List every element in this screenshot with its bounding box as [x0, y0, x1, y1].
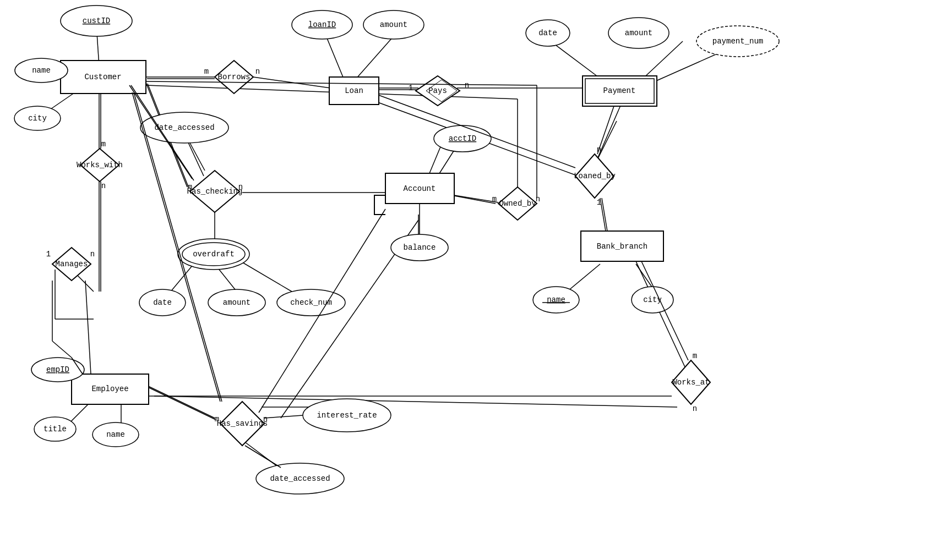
- attr-interestrate-label: interest_rate: [317, 411, 377, 420]
- svg-line-50: [595, 102, 622, 165]
- attr-loanid-label: loanID: [308, 20, 336, 29]
- attr-customer-name-label: name: [32, 66, 51, 75]
- rel-hassavings-label: Has_savings: [217, 419, 268, 428]
- attr-overdraft-label: overdraft: [193, 250, 235, 259]
- svg-line-95: [190, 143, 205, 171]
- attr-payment-date-label: date: [538, 29, 557, 37]
- workswith-n-label: n: [101, 182, 106, 190]
- svg-line-24: [187, 140, 204, 176]
- rel-borrows-label: Borrows: [218, 73, 251, 81]
- rel-haschecking-label: Has_checking: [187, 187, 243, 196]
- attr-payment-amount-label: amount: [625, 29, 652, 37]
- attr-balance-label: balance: [404, 243, 436, 252]
- attr-employee-name-label: name: [106, 430, 125, 439]
- manages-1-label: 1: [46, 250, 51, 259]
- worksat-m-label: m: [693, 352, 697, 360]
- rel-worksat-label: Works_at: [672, 378, 709, 387]
- svg-line-9: [325, 33, 344, 80]
- svg-line-43: [636, 261, 688, 374]
- svg-line-83: [259, 209, 385, 413]
- hassavings-m-label: m: [215, 415, 219, 424]
- rel-workswith-label: Works_with: [77, 161, 123, 169]
- svg-line-85: [245, 446, 281, 468]
- haschecking-m-label: m: [188, 183, 192, 191]
- svg-line-84: [264, 415, 303, 418]
- attr-custid-label: custID: [83, 17, 110, 25]
- entity-customer-label: Customer: [84, 73, 121, 81]
- rel-manages-label: Manages: [56, 260, 88, 268]
- svg-line-34: [451, 195, 496, 204]
- svg-line-41: [567, 264, 600, 292]
- attr-paymentnum-label: payment_num: [712, 37, 763, 46]
- entity-bankbranch-label: Bank_branch: [597, 242, 647, 251]
- ownedby-n-label: n: [536, 195, 540, 204]
- borrows-m-label: m: [204, 67, 209, 76]
- entity-account-label: Account: [404, 184, 436, 193]
- attr-customer-city-label: city: [28, 114, 47, 123]
- attr-date-accessed-top-label: date_accessed: [154, 123, 214, 132]
- attr-acctid-label: acctID: [449, 134, 476, 143]
- rel-ownedby-label: Owned_by: [499, 199, 536, 208]
- attr-title-label: title: [43, 425, 67, 433]
- hassavings-n-label: n: [263, 415, 268, 424]
- svg-line-91: [597, 106, 614, 154]
- svg-line-10: [355, 33, 396, 80]
- svg-line-46: [147, 387, 216, 420]
- entity-employee-label: Employee: [91, 385, 128, 393]
- svg-line-90: [379, 95, 575, 168]
- borrows-n-label: n: [255, 67, 260, 76]
- haschecking-n-label: n: [238, 183, 243, 191]
- workswith-m-label: m: [101, 140, 106, 149]
- svg-line-44: [154, 396, 677, 407]
- entity-loan-label: Loan: [345, 86, 363, 95]
- attr-loan-amount-label: amount: [380, 20, 407, 29]
- svg-line-6: [652, 50, 727, 83]
- attr-overdraft-date-label: date: [153, 298, 172, 307]
- attr-bankbranch-city-label: city: [643, 295, 662, 304]
- rel-pays-label: Pays: [428, 86, 447, 95]
- entity-payment-label: Payment: [603, 86, 636, 95]
- attr-date-accessed-bottom-label: date_accessed: [270, 474, 330, 483]
- attr-overdraft-amount-label: amount: [223, 298, 251, 307]
- svg-line-45: [146, 385, 215, 418]
- er-diagram-canvas: Customer custID name city Borrows m n Lo…: [0, 0, 947, 560]
- svg-line-94: [429, 147, 440, 173]
- svg-line-77: [85, 281, 91, 374]
- loanedby-1-label: 1: [597, 198, 601, 207]
- manages-n-label: n: [90, 250, 95, 259]
- worksat-n-label: n: [693, 404, 697, 413]
- rel-loanedby-label: Loaned_by: [574, 172, 616, 180]
- svg-line-79: [52, 341, 72, 358]
- attr-empid-label: empID: [46, 365, 69, 374]
- pays-1-label: 1: [409, 84, 413, 92]
- pays-n-label: n: [465, 81, 469, 90]
